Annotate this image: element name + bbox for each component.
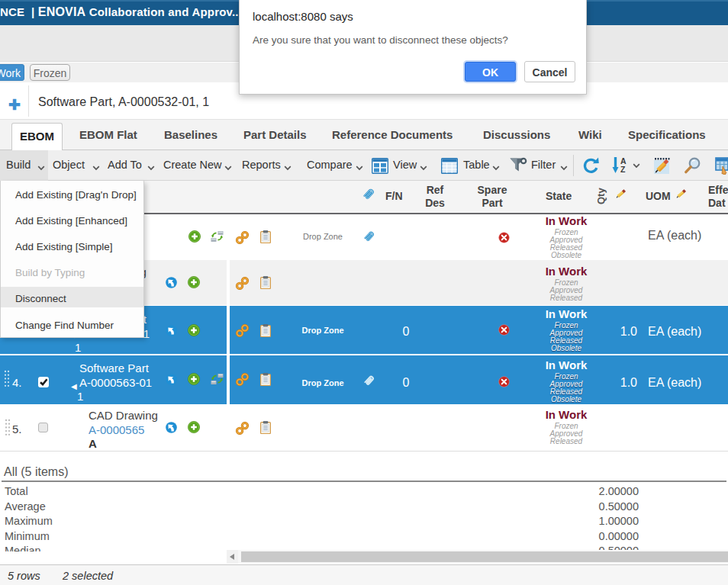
svg-text:A: A: [620, 156, 627, 166]
svg-text:Z: Z: [620, 165, 626, 174]
